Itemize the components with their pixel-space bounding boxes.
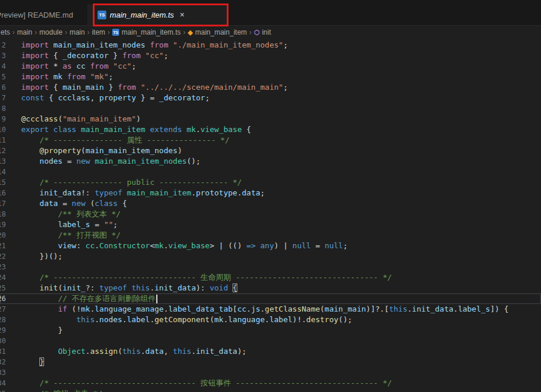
line-number: 4 [0, 61, 6, 72]
code-line: 33 [0, 367, 541, 378]
code-line: 29 } [0, 325, 541, 336]
breadcrumb-label: ets [1, 28, 10, 36]
line-number: 12 [0, 146, 6, 156]
breadcrumb-label: main_main_item.ts [122, 28, 181, 36]
breadcrumb-item-init[interactable]: ⬡init [254, 28, 271, 36]
breadcrumb-separator: › [107, 28, 110, 36]
breadcrumb-separator: › [12, 28, 15, 36]
line-number: 24 [0, 272, 6, 283]
code-line: 12 @property(main_main_item_nodes) [0, 146, 541, 156]
tab-bar: [Preview] README.md TS main_main_item.ts… [0, 0, 541, 26]
tab-label: main_main_item.ts [110, 11, 174, 19]
line-number: 29 [0, 325, 6, 336]
line-number: 6 [0, 82, 6, 93]
breadcrumb-item-ets[interactable]: ets [1, 28, 10, 36]
method-icon: ⬡ [254, 29, 260, 36]
code-line: 24 /* ------------------------------- 生命… [0, 272, 541, 283]
breadcrumb-item-main-main-item[interactable]: ◆main_main_item [188, 28, 247, 36]
line-number: 28 [0, 315, 6, 325]
line-number: 33 [0, 367, 6, 378]
breadcrumb-label: main [69, 28, 85, 36]
breadcrumb-item-main-main-item-ts[interactable]: TSmain_main_item.ts [112, 28, 181, 36]
code-line: 17 data = new (class { [0, 198, 541, 209]
breadcrumb-separator: › [249, 28, 251, 36]
code-line: 34 /* ------------------------------- 按钮… [0, 378, 541, 388]
code-line: 14 [0, 167, 541, 177]
line-number: 30 [0, 336, 6, 346]
line-number: 19 [0, 219, 6, 230]
line-number: 34 [0, 378, 6, 388]
close-icon[interactable]: × [180, 11, 184, 19]
line-number: 21 [0, 241, 6, 251]
code-line: 20 /** 打开视图 */ [0, 230, 541, 241]
line-number: 26 [0, 293, 6, 304]
line-number: 9 [0, 114, 6, 124]
breadcrumb-separator: › [183, 28, 186, 36]
line-number: 8 [0, 103, 6, 114]
line-number: 32 [0, 357, 6, 367]
code-line: 2import main_main_item_nodes from "./mai… [0, 40, 541, 50]
code-line: 30 [0, 336, 541, 346]
line-number: 31 [0, 346, 6, 357]
tab-main-main-item[interactable]: TS main_main_item.ts × [88, 4, 228, 25]
breadcrumb-separator: › [87, 28, 89, 36]
line-number: 27 [0, 304, 6, 315]
text-cursor [156, 295, 157, 303]
code-line: 35 /* 按钮-点击 */ [0, 388, 541, 392]
code-line: 6import { main_main } from "../../../sce… [0, 82, 541, 93]
line-number: 16 [0, 188, 6, 198]
code-line: 25 init(init_?: typeof this.init_data): … [0, 283, 541, 293]
breadcrumb-item-main[interactable]: main [17, 28, 32, 36]
code-line: 4import * as cc from "cc"; [0, 61, 541, 72]
line-number: 25 [0, 283, 6, 293]
breadcrumb-label: main_main_item [195, 28, 247, 36]
class-icon: ◆ [188, 29, 193, 36]
breadcrumb-item-module[interactable]: module [39, 28, 62, 36]
code-line: 23 [0, 262, 541, 272]
code-line: 9@ccclass("main_main_item") [0, 114, 541, 124]
breadcrumb-label: module [39, 28, 62, 36]
code-line: 22 })(); [0, 251, 541, 262]
breadcrumb-item-item[interactable]: item [92, 28, 105, 36]
code-line: 16 init_data!: typeof main_main_item.pro… [0, 188, 541, 198]
code-line: 31 Object.assign(this.data, this.init_da… [0, 346, 541, 357]
code-area[interactable]: 2import main_main_item_nodes from "./mai… [0, 39, 541, 392]
typescript-file-icon: TS [112, 29, 119, 36]
line-number: 23 [0, 262, 6, 272]
code-line: 8 [0, 103, 541, 114]
code-line: 19 label_s = ""; [0, 219, 541, 230]
code-line: 10export class main_main_item extends mk… [0, 124, 541, 135]
line-number: 2 [0, 40, 6, 50]
tab-label: [Preview] README.md [0, 11, 73, 19]
line-number: 14 [0, 167, 6, 177]
breadcrumb-separator: › [65, 28, 67, 36]
line-number: 17 [0, 198, 6, 209]
line-number: 3 [0, 50, 6, 61]
breadcrumb-item-main[interactable]: main [69, 28, 85, 36]
breadcrumb: ets›main›module›main›item›TSmain_main_it… [0, 26, 541, 39]
code-line: 15 /* --------------- public -----------… [0, 177, 541, 188]
line-number: 13 [0, 156, 6, 167]
code-line: 18 /** 列表文本 */ [0, 209, 541, 219]
breadcrumb-label: init [262, 28, 271, 36]
vscode-window: [Preview] README.md TS main_main_item.ts… [0, 0, 541, 392]
line-number: 10 [0, 124, 6, 135]
code-line: 26 // 不存在多语言则删除组件 [0, 293, 541, 304]
line-number: 22 [0, 251, 6, 262]
code-line: 13 nodes = new main_main_item_nodes(); [0, 156, 541, 167]
code-line: 32 } [0, 357, 541, 367]
line-number: 18 [0, 209, 6, 219]
code-line: 11 /* --------------- 属性 ---------------… [0, 135, 541, 146]
line-number: 7 [0, 93, 6, 103]
line-number: 5 [0, 72, 6, 82]
code-line: 27 if (!mk.language_manage.label_data_ta… [0, 304, 541, 315]
breadcrumb-label: item [92, 28, 105, 36]
breadcrumb-label: main [17, 28, 32, 36]
code-line: 7const { ccclass, property } = _decorato… [0, 93, 541, 103]
breadcrumb-separator: › [35, 28, 37, 36]
code-line: 5import mk from "mk"; [0, 72, 541, 82]
code-line: 21 view: cc.Constructor<mk.view_base> | … [0, 241, 541, 251]
line-number: 11 [0, 135, 6, 146]
code-line: 28 this.nodes.label.getComponent(mk.lang… [0, 315, 541, 325]
tab-readme-preview[interactable]: [Preview] README.md [0, 4, 88, 25]
